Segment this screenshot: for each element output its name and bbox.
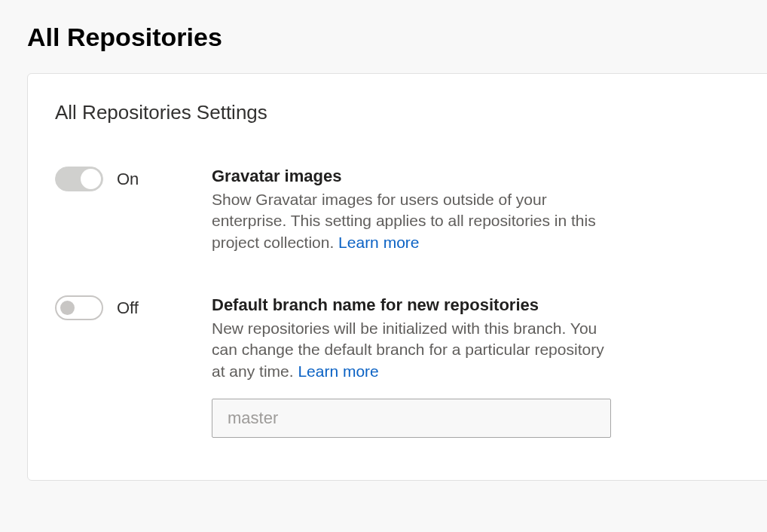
setting-title-gravatar: Gravatar images [212,167,619,186]
setting-content-default-branch: Default branch name for new repositories… [212,295,619,438]
toggle-default-branch[interactable] [55,295,103,320]
toggle-knob [60,301,75,315]
toggle-label-on: On [117,170,139,189]
setting-row-gravatar: On Gravatar images Show Gravatar images … [55,167,738,253]
toggle-group-default-branch: Off [55,295,212,320]
desc-text-default-branch: New repositories will be initialized wit… [212,320,604,380]
learn-more-link-default-branch[interactable]: Learn more [298,362,378,380]
learn-more-link-gravatar[interactable]: Learn more [338,234,419,251]
card-title: All Repositories Settings [55,101,738,124]
settings-card: All Repositories Settings On Gravatar im… [27,73,767,481]
setting-content-gravatar: Gravatar images Show Gravatar images for… [212,167,619,253]
setting-title-default-branch: Default branch name for new repositories [212,295,619,315]
setting-desc-gravatar: Show Gravatar images for users outside o… [212,189,619,253]
setting-desc-default-branch: New repositories will be initialized wit… [212,318,619,382]
toggle-group-gravatar: On [55,167,212,191]
page-title: All Repositories [27,23,767,52]
toggle-gravatar[interactable] [55,167,103,191]
toggle-knob [81,169,101,189]
default-branch-input[interactable] [212,399,611,438]
setting-row-default-branch: Off Default branch name for new reposito… [55,295,738,438]
toggle-label-off: Off [117,298,139,318]
